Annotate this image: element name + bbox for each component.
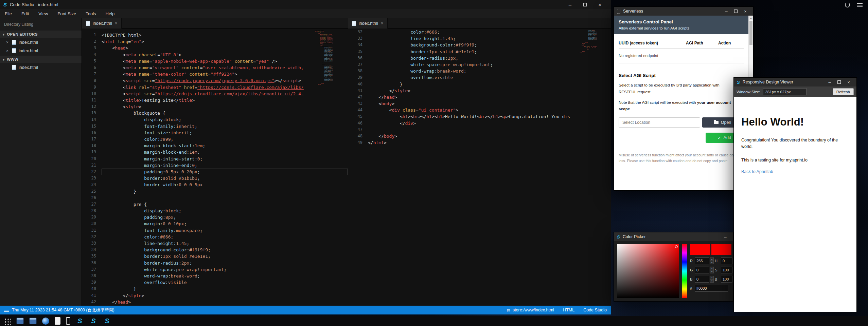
code-line[interactable]: 8 <script src="https://code.jquery.com/j… — [82, 77, 348, 84]
scroll-up-icon[interactable]: ▲ — [749, 16, 753, 20]
code-line[interactable]: 39 overflow:visible — [82, 279, 348, 286]
close-icon[interactable]: × — [592, 0, 607, 9]
code-line[interactable]: 23 border:solid #b1b1b1; — [82, 175, 348, 181]
code-line[interactable]: 19 margin-block-end:1em; — [82, 149, 348, 155]
maximize-icon[interactable] — [578, 0, 592, 9]
close-icon[interactable]: × — [5, 40, 9, 45]
close-icon[interactable]: × — [741, 7, 750, 16]
code-line[interactable]: 36 border-radius:2px; — [82, 260, 348, 266]
maximize-icon[interactable] — [731, 7, 741, 16]
step-down-icon[interactable]: ▼ — [710, 261, 714, 264]
code-line[interactable]: 24 border-width:0 0 0 5px — [82, 181, 348, 188]
step-up-icon[interactable]: ▲ — [710, 276, 714, 279]
sidebar-section-open-editors[interactable]: ▾OPEN EDITORS — [0, 31, 82, 38]
code-line[interactable]: 33 line-height:1.45; — [348, 35, 611, 42]
code-line[interactable]: 36 border-radius:2px; — [348, 55, 611, 61]
hex-value-input[interactable] — [695, 285, 728, 292]
code-line[interactable]: 34 background-color:#f9f9f9; — [348, 42, 611, 48]
code-line[interactable]: 16 font-size:inherit; — [82, 130, 348, 136]
code-line[interactable]: 47 — [348, 127, 611, 133]
code-line[interactable]: 18 margin-block-start:1em; — [82, 142, 348, 149]
color-picker-title-bar[interactable]: S Color Picker – — [614, 232, 733, 241]
code-line[interactable]: 11 <title>Testing Site</title> — [82, 97, 348, 103]
code-line[interactable]: 33 line-height:1.45; — [82, 240, 348, 247]
minimize-icon[interactable]: – — [721, 232, 730, 241]
code-line[interactable]: 30 margin:0 0 10px; — [82, 220, 348, 227]
code-studio-icon[interactable]: S — [103, 317, 111, 325]
step-down-icon[interactable]: ▼ — [710, 279, 714, 283]
minimize-icon[interactable]: – — [563, 0, 578, 9]
maximize-icon[interactable] — [834, 78, 844, 87]
code-line[interactable]: 28 display:block; — [82, 208, 348, 214]
code-line[interactable]: 2<html lang="en"> — [82, 38, 348, 45]
code-line[interactable]: 34 background-color:#f9f9f9; — [82, 247, 348, 253]
text-editor-icon[interactable] — [55, 317, 60, 325]
code-line[interactable]: 9 <link rel="stylesheet" href="https://c… — [82, 84, 348, 91]
window-size-input[interactable] — [763, 88, 807, 95]
code-line[interactable]: 40 } — [348, 81, 611, 88]
script-location-input[interactable] — [619, 117, 700, 128]
code-line[interactable]: 15 font-family:inherit; — [82, 123, 348, 130]
code-line[interactable]: 41 </style> — [82, 292, 348, 299]
viewer-title-bar[interactable]: S Responsive Design Viewer – × — [734, 78, 856, 87]
menu-tools[interactable]: Tools — [81, 9, 101, 18]
g-stepper[interactable]: ▲▼ — [710, 267, 714, 273]
code-line[interactable]: 29 padding:8px; — [82, 214, 348, 220]
code-line[interactable]: 25 } — [82, 188, 348, 195]
minimap-left[interactable]: <!DOCTYPE html><html lang="en"> <head> <… — [315, 30, 333, 118]
code-line[interactable]: 32 color:#666; — [82, 234, 348, 240]
step-up-icon[interactable]: ▲ — [710, 267, 714, 270]
code-line[interactable]: 42 </head> — [82, 299, 348, 305]
code-line[interactable]: 13 blockquote { — [82, 110, 348, 116]
code-line[interactable]: 21 margin-inline-end:0; — [82, 162, 348, 169]
code-line[interactable]: 38 word-wrap:break-word; — [82, 273, 348, 279]
minimize-icon[interactable]: – — [825, 78, 834, 87]
tab-close-icon[interactable]: × — [115, 21, 117, 26]
browser-icon[interactable] — [42, 318, 49, 325]
code-studio-icon[interactable]: S — [89, 317, 98, 325]
back-to-aprintlab-link[interactable]: Back to Aprintlab — [741, 169, 849, 174]
code-line[interactable]: 7 <meta name="theme-color" content="#ff9… — [82, 71, 348, 77]
code-pane-left[interactable]: 1<!DOCTYPE html>2<html lang="en">3 <head… — [82, 28, 348, 306]
app-grid-icon[interactable] — [3, 317, 11, 325]
close-icon[interactable]: × — [5, 49, 9, 53]
code-line[interactable]: 38 word-wrap:break-word; — [348, 68, 611, 74]
code-line[interactable]: 40 } — [82, 286, 348, 292]
code-line[interactable]: 4 <meta charset="UTF-8"> — [82, 52, 348, 58]
code-line[interactable]: 35 border:1px solid #e1e1e1; — [82, 253, 348, 260]
sidebar-item-index.html[interactable]: ×index.html — [0, 63, 82, 72]
code-line[interactable]: 27 pre { — [82, 201, 348, 208]
title-bar[interactable]: S Code Studio - index.html – × — [0, 0, 611, 9]
sidebar-section-www[interactable]: ▾WWW — [0, 56, 82, 63]
color-cursor-icon[interactable] — [675, 245, 678, 248]
code-line[interactable]: 35 border:1px solid #e1e1e1; — [348, 49, 611, 55]
code-line[interactable]: 37 white-space:pre-wrap!important; — [348, 61, 611, 68]
code-line[interactable]: 39 overflow:visible — [348, 74, 611, 81]
sidebar-item-index.html[interactable]: ×index.html — [0, 38, 82, 46]
code-line[interactable]: 48 </body> — [348, 133, 611, 139]
refresh-button[interactable]: Refresh — [833, 88, 854, 95]
code-pane-right[interactable]: 32 color:#666;33 line-height:1.45;34 bac… — [348, 28, 611, 306]
code-line[interactable]: 26 — [82, 195, 348, 201]
b-value-input[interactable] — [695, 276, 709, 283]
code-line[interactable]: 12 <style> — [82, 103, 348, 110]
v-value-input[interactable] — [721, 276, 732, 283]
code-line[interactable]: 43 <body> — [348, 100, 611, 107]
file-manager-icon[interactable] — [29, 318, 37, 324]
code-line[interactable]: 14 display:block; — [82, 116, 348, 123]
code-studio-icon[interactable]: S — [76, 317, 84, 325]
menu-edit[interactable]: Edit — [17, 9, 34, 18]
step-down-icon[interactable]: ▼ — [710, 270, 714, 273]
code-line[interactable]: 10 <script src="https://cdnjs.cloudflare… — [82, 91, 348, 97]
code-line[interactable]: 17 color:#999; — [82, 136, 348, 142]
menu-font-size[interactable]: Font Size — [53, 9, 81, 18]
menu-view[interactable]: View — [34, 9, 53, 18]
code-line[interactable]: 6 <meta name="viewport" content="user-sc… — [82, 64, 348, 71]
code-line[interactable]: 49</html> — [348, 139, 611, 146]
code-line[interactable]: 22 padding:0 5px 0 20px; — [82, 169, 348, 175]
code-line[interactable]: 44 <div class="ui container"> — [348, 107, 611, 113]
sidebar-item-index.html[interactable]: ×index.html — [0, 46, 82, 55]
r-stepper[interactable]: ▲▼ — [710, 257, 714, 264]
code-line[interactable]: 46 </div> — [348, 120, 611, 127]
current-color-swatch[interactable] — [690, 244, 710, 255]
